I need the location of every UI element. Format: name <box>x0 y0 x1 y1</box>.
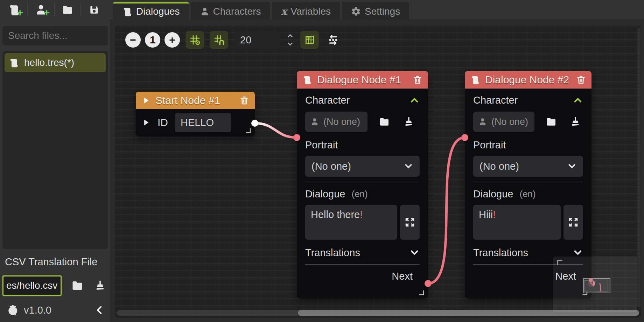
divider <box>305 182 420 182</box>
dialogue-text-punctuation: ! <box>360 209 363 220</box>
portrait-dropdown[interactable]: (No one) <box>473 156 583 177</box>
tab-dialogues[interactable]: Dialogues <box>113 2 189 19</box>
zoom-reset-button[interactable]: 1 <box>145 32 160 48</box>
plus-icon: + <box>17 9 23 16</box>
new-character-button[interactable]: + <box>30 2 52 18</box>
character-load-button[interactable] <box>377 114 392 130</box>
dialogue-text: Hello there <box>311 209 360 220</box>
toolbar-separator <box>54 4 55 16</box>
resize-handle-icon[interactable] <box>418 289 425 296</box>
tab-variables[interactable]: x Variables <box>272 2 340 19</box>
sidebar-toolbar: + + <box>0 0 110 20</box>
character-label: Character <box>305 94 350 106</box>
start-node[interactable]: Start Node #1 ID HELLO <box>136 92 255 136</box>
character-clear-button[interactable] <box>401 114 416 130</box>
delete-node-trash-icon[interactable] <box>413 75 422 85</box>
open-file-button[interactable] <box>57 2 78 18</box>
tab-label: Dialogues <box>136 6 180 17</box>
floppy-save-icon <box>89 4 100 15</box>
csv-clear-button[interactable] <box>90 277 110 294</box>
folder-icon <box>546 116 557 127</box>
csv-browse-button[interactable] <box>67 277 87 294</box>
minimap[interactable] <box>553 257 637 312</box>
csv-path-value: es/hello.csv <box>6 280 57 291</box>
portrait-dropdown[interactable]: (No one) <box>305 156 420 177</box>
character-load-button[interactable] <box>544 114 559 130</box>
tab-characters[interactable]: Characters <box>191 2 270 19</box>
file-list-item[interactable]: hello.tres(*) <box>5 53 106 72</box>
search-files-input[interactable] <box>8 30 134 41</box>
snap-distance-spinbox[interactable]: 20 <box>235 31 280 48</box>
csv-translation-label: CSV Translation File <box>5 256 97 268</box>
chevron-up-icon[interactable] <box>286 32 295 39</box>
dialogue-label: Dialogue <box>473 188 513 200</box>
character-select-button[interactable]: (No one) <box>305 112 368 132</box>
chevron-down-icon[interactable] <box>409 247 420 258</box>
save-button[interactable] <box>83 2 105 18</box>
minimap-wires <box>553 257 637 312</box>
start-id-input[interactable]: HELLO <box>175 113 231 132</box>
dialogue-node-header[interactable]: Dialogue Node #2 <box>465 71 592 89</box>
toggle-snap-button[interactable] <box>210 31 228 49</box>
dialogue-text-area[interactable]: Hello there! <box>305 205 397 240</box>
character-clear-button[interactable] <box>568 114 583 130</box>
person-icon <box>200 7 210 16</box>
dialogue-text-punctuation: ! <box>493 209 496 220</box>
chevron-down-icon <box>567 161 577 171</box>
dialogue-text: Hiii <box>479 209 493 220</box>
portrait-label: Portrait <box>473 139 506 151</box>
broom-icon <box>94 280 106 292</box>
toolbar-separator <box>27 4 28 16</box>
version-label: v1.0.0 <box>24 304 90 316</box>
vertical-scrollbar[interactable] <box>637 28 640 307</box>
collapse-sidebar-chevron-left-icon[interactable] <box>94 305 105 315</box>
graph-canvas[interactable]: − 1 + 20 <box>115 25 641 318</box>
collapse-chevron-up-icon[interactable] <box>573 95 583 105</box>
snap-magnet-icon <box>213 34 225 46</box>
toggle-minimap-button[interactable] <box>300 31 319 49</box>
resize-handle-icon[interactable] <box>244 127 252 134</box>
character-select-button[interactable]: (No one) <box>473 112 534 132</box>
chevron-down-icon <box>404 161 413 171</box>
dialogue-label: Dialogue <box>305 188 345 200</box>
delete-node-trash-icon[interactable] <box>576 75 586 85</box>
play-icon <box>141 96 150 105</box>
dialogue-node-header[interactable]: Dialogue Node #1 <box>297 71 428 89</box>
plus-icon: + <box>43 9 50 16</box>
expand-text-button[interactable] <box>564 205 583 240</box>
start-output-port[interactable] <box>251 120 258 127</box>
delete-node-trash-icon[interactable] <box>239 96 249 105</box>
scroll-icon <box>302 75 312 85</box>
locale-label: (en) <box>519 189 536 200</box>
graph-toolbar: − 1 + 20 <box>125 31 341 49</box>
tab-label: Variables <box>290 6 331 17</box>
tab-settings[interactable]: Settings <box>342 2 409 19</box>
scroll-icon <box>122 6 133 17</box>
dialogue-node-1[interactable]: Dialogue Node #1 Character (No one) <box>297 71 428 299</box>
dialogue-text-area[interactable]: Hiii! <box>473 205 561 240</box>
next-label: Next <box>392 271 413 282</box>
start-node-header[interactable]: Start Node #1 <box>136 92 255 109</box>
version-row: v1.0.0 <box>0 303 110 317</box>
divider <box>305 264 420 265</box>
chevron-down-icon[interactable] <box>286 41 295 48</box>
arrange-nodes-button[interactable] <box>325 32 341 48</box>
dialogue-input-port[interactable] <box>293 134 300 141</box>
tab-bar: Dialogues Characters x Variables Setting… <box>110 0 644 19</box>
new-dialogue-file-button[interactable]: + <box>4 2 25 18</box>
sidebar: + + hello.tres(*) CSV Translation File e… <box>0 0 110 322</box>
toggle-grid-button[interactable] <box>186 31 204 49</box>
main-area: Dialogues Characters x Variables Setting… <box>110 0 644 322</box>
expand-text-button[interactable] <box>400 205 420 240</box>
csv-path-input[interactable]: es/hello.csv <box>2 275 62 296</box>
collapse-chevron-up-icon[interactable] <box>409 95 420 105</box>
portrait-label: Portrait <box>305 139 338 151</box>
node-title: Start Node #1 <box>155 94 234 106</box>
node-title: Dialogue Node #2 <box>485 74 571 86</box>
dialogue-input-port[interactable] <box>461 134 468 141</box>
zoom-in-button[interactable]: + <box>164 32 180 48</box>
next-output-port[interactable] <box>425 280 432 287</box>
broom-icon <box>570 116 581 127</box>
file-name: hello.tres(*) <box>24 57 74 68</box>
play-icon <box>141 118 150 127</box>
